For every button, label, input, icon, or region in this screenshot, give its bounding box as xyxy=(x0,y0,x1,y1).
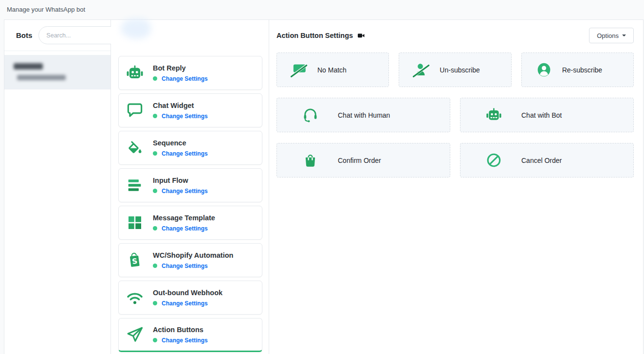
wifi-icon xyxy=(126,288,147,307)
panel-title: Action Button Settings xyxy=(276,32,353,39)
paint-bucket-icon xyxy=(126,138,147,158)
action-button-re-subscribe[interactable]: Re-subscribe xyxy=(521,53,634,87)
page-title: Manage your WhatsApp bot xyxy=(7,0,85,19)
action-button-label: Chat with Human xyxy=(338,111,390,119)
bot-list-item-selected[interactable] xyxy=(4,55,110,89)
feature-card-bot-reply[interactable]: Bot ReplyChange Settings xyxy=(118,56,262,90)
action-button-label: Chat with Bot xyxy=(521,111,562,119)
status-dot-icon xyxy=(153,264,157,268)
grid-icon xyxy=(126,213,147,232)
svg-text:S: S xyxy=(131,257,138,266)
robot-icon xyxy=(485,106,502,124)
change-settings-link[interactable]: Change Settings xyxy=(162,150,208,157)
status-dot-icon xyxy=(153,76,157,81)
options-button-label: Options xyxy=(597,32,619,39)
status-dot-icon xyxy=(153,226,157,230)
redacted-bot-phone xyxy=(17,75,66,80)
sidebar-header: Bots xyxy=(4,20,110,51)
shopify-bag-icon: S xyxy=(126,250,147,270)
action-button-label: Re-subscribe xyxy=(562,66,602,74)
person-slash-icon xyxy=(413,61,430,78)
action-button-cancel-order[interactable]: Cancel Order xyxy=(460,143,634,177)
feature-title: Bot Reply xyxy=(153,64,208,72)
options-button[interactable]: Options xyxy=(589,28,634,43)
redacted-bot-name xyxy=(14,63,43,70)
feature-list: Bot ReplyChange SettingsChat WidgetChang… xyxy=(118,56,262,354)
panel-header: Action Button Settings Options xyxy=(269,20,643,53)
feature-card-message-template[interactable]: Message TemplateChange Settings xyxy=(118,206,262,240)
bots-sidebar: Bots xyxy=(4,19,111,354)
change-settings-link[interactable]: Change Settings xyxy=(162,113,208,120)
action-row-2: Chat with HumanChat with Bot xyxy=(276,98,634,132)
robot-icon xyxy=(126,63,147,83)
action-button-settings-panel: Action Button Settings Options No MatchU… xyxy=(269,19,644,354)
status-dot-icon xyxy=(153,114,157,118)
feature-title: Out-bound Webhook xyxy=(153,289,222,297)
change-settings-link[interactable]: Change Settings xyxy=(162,263,208,269)
feature-title: Chat Widget xyxy=(153,102,208,109)
action-row-1: No MatchUn-subscribeRe-subscribe xyxy=(276,53,634,87)
change-settings-link[interactable]: Change Settings xyxy=(162,188,208,195)
action-row-3: Confirm OrderCancel Order xyxy=(276,143,634,177)
change-settings-link[interactable]: Change Settings xyxy=(162,300,208,307)
paper-plane-icon xyxy=(126,325,147,344)
action-button-grid: No MatchUn-subscribeRe-subscribeChat wit… xyxy=(276,53,634,188)
change-settings-link[interactable]: Change Settings xyxy=(162,225,208,232)
top-header-bar: Manage your WhatsApp bot xyxy=(0,0,644,19)
feature-card-out-bound-webhook[interactable]: Out-bound WebhookChange Settings xyxy=(118,281,262,315)
action-button-label: No Match xyxy=(317,66,347,74)
blurred-avatar xyxy=(121,18,151,39)
action-button-chat-with-bot[interactable]: Chat with Bot xyxy=(460,98,634,132)
list-bars-icon xyxy=(126,176,147,195)
status-dot-icon xyxy=(153,151,157,156)
sidebar-title: Bots xyxy=(16,31,32,39)
chevron-down-icon xyxy=(622,35,626,36)
status-dot-icon xyxy=(153,301,157,305)
feature-card-wc-shopify-automation[interactable]: SWC/Shopify AutomationChange Settings xyxy=(118,243,262,277)
action-button-un-subscribe[interactable]: Un-subscribe xyxy=(399,53,511,87)
status-dot-icon xyxy=(153,338,157,342)
status-dot-icon xyxy=(153,189,157,193)
headset-icon xyxy=(302,106,319,124)
shopping-bag-icon xyxy=(302,152,319,169)
feature-card-action-buttons[interactable]: Action ButtonsChange Settings xyxy=(118,318,262,352)
action-button-no-match[interactable]: No Match xyxy=(276,53,389,87)
action-button-label: Un-subscribe xyxy=(440,66,479,74)
chat-bubble-icon xyxy=(126,101,147,120)
feature-title: Action Buttons xyxy=(153,326,208,334)
feature-title: Message Template xyxy=(153,214,215,222)
person-circle-icon xyxy=(535,61,552,78)
action-button-label: Confirm Order xyxy=(338,157,381,164)
feature-card-input-flow[interactable]: Input FlowChange Settings xyxy=(118,168,262,202)
feature-card-chat-widget[interactable]: Chat WidgetChange Settings xyxy=(118,93,262,127)
feature-title: WC/Shopify Automation xyxy=(153,251,233,259)
change-settings-link[interactable]: Change Settings xyxy=(162,75,208,82)
feature-title: Sequence xyxy=(153,139,208,147)
action-button-label: Cancel Order xyxy=(521,157,562,164)
slash-circle-icon xyxy=(485,152,502,169)
change-settings-link[interactable]: Change Settings xyxy=(162,337,208,344)
feature-card-sequence[interactable]: SequenceChange Settings xyxy=(118,131,262,165)
chat-slash-icon xyxy=(291,61,308,78)
feature-title: Input Flow xyxy=(153,177,208,184)
features-column: Bot ReplyChange SettingsChat WidgetChang… xyxy=(111,19,269,354)
action-button-chat-with-human[interactable]: Chat with Human xyxy=(276,98,450,132)
action-button-confirm-order[interactable]: Confirm Order xyxy=(276,143,450,177)
video-camera-icon[interactable] xyxy=(357,32,365,39)
